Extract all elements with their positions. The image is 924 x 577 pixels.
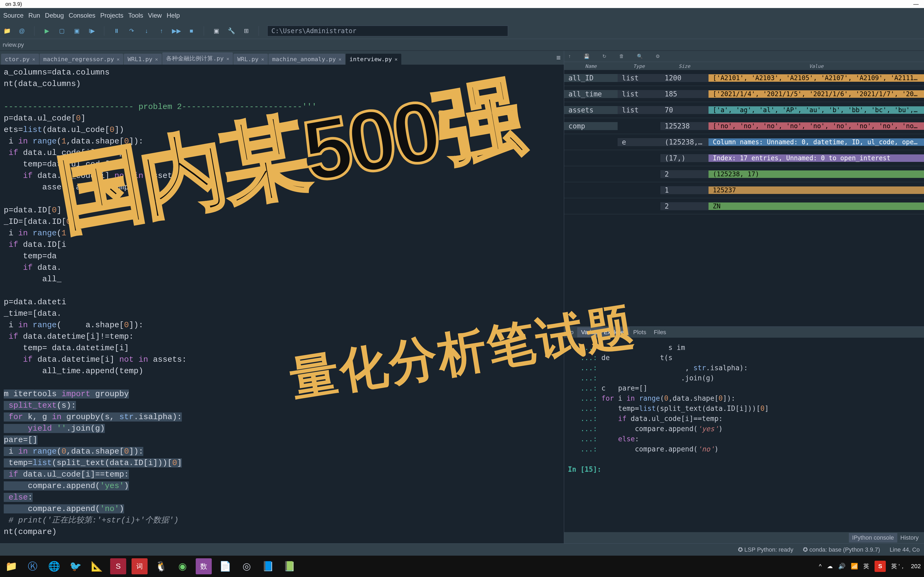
folder-icon[interactable]: 📁 <box>3 27 11 35</box>
variable-row[interactable]: e(125238, 17)Column names: Unnamed: 0, d… <box>564 134 924 150</box>
close-icon[interactable]: ✕ <box>395 56 397 62</box>
variable-row[interactable]: 1125237 <box>564 182 924 198</box>
hamburger-icon[interactable]: ≡ <box>556 53 561 62</box>
right-pane-tabs: lp Variable Explorer Plots Files <box>564 326 924 338</box>
close-icon[interactable]: ✕ <box>226 56 229 61</box>
window-title: on 3.9) <box>5 1 913 7</box>
tab-ipython-console[interactable]: IPython console <box>849 533 897 543</box>
col-size: Size <box>661 63 709 69</box>
tray-cloud-icon[interactable]: ☁ <box>827 563 833 570</box>
matlab-icon[interactable]: 📐 <box>89 558 105 574</box>
system-tray: ^ ☁ 🔊 📶 英 S 英 '， 202 <box>819 561 921 572</box>
var-value: 125237 <box>709 187 924 194</box>
app-icon-bird[interactable]: 🐦 <box>67 558 83 574</box>
qq-icon[interactable]: 🐧 <box>153 558 169 574</box>
wrench-icon[interactable]: 🔧 <box>228 27 235 35</box>
code-line <box>4 377 564 388</box>
debug-icon[interactable]: ⏸ <box>113 27 120 35</box>
tray-wifi-icon[interactable]: 📶 <box>851 563 858 570</box>
tray-ime-lang2[interactable]: 英 '， <box>891 562 906 570</box>
save-icon[interactable]: @ <box>18 27 26 35</box>
stop-icon[interactable]: ■ <box>188 27 195 35</box>
menu-consoles[interactable]: Consoles <box>66 10 98 21</box>
run-cell-next-icon[interactable]: ▣ <box>73 27 81 35</box>
tab-plots[interactable]: Plots <box>629 327 650 337</box>
code-line: assets.append(temp) <box>4 182 564 193</box>
remove-icon[interactable]: 🗑 <box>619 53 624 59</box>
variable-row[interactable]: 2ZN <box>564 198 924 214</box>
step-into-icon[interactable]: ↓ <box>143 27 150 35</box>
variable-row[interactable]: assetslist70['a', 'ag', 'al', 'AP', 'au'… <box>564 102 924 118</box>
tab-variable-explorer[interactable]: Variable Explorer <box>577 327 629 337</box>
var-size: 2 <box>661 170 709 178</box>
netease-icon[interactable]: 词 <box>132 558 148 574</box>
word-icon[interactable]: 📘 <box>260 558 276 574</box>
right-panel: ↑ 💾 ↻ 🗑 🔍 ⚙ Name Type Size Value all_IDl… <box>564 51 924 543</box>
close-icon[interactable]: ✕ <box>338 56 341 62</box>
working-directory-input[interactable] <box>267 26 508 36</box>
editor-tab[interactable]: interview.py✕ <box>346 54 401 64</box>
editor-tab[interactable]: 各种金融比例计算.py✕ <box>162 52 233 64</box>
save-data-icon[interactable]: 💾 <box>584 53 590 59</box>
menu-tools[interactable]: Tools <box>126 10 145 21</box>
code-editor[interactable]: a_columns=data.columnsnt(data_columns) -… <box>0 64 564 543</box>
close-icon[interactable]: ✕ <box>32 56 35 62</box>
tray-chevron-icon[interactable]: ^ <box>819 563 822 570</box>
console-line: ...: compare.append('yes') <box>568 424 920 434</box>
tab-help[interactable]: lp <box>565 327 577 337</box>
run-icon[interactable]: ▶ <box>43 27 50 35</box>
ipython-console[interactable]: ...: s im ...: de t(s ...: , str.isalpha… <box>564 338 924 532</box>
notepad-icon[interactable]: 📄 <box>217 558 233 574</box>
run-selection-icon[interactable]: I▶ <box>88 27 95 35</box>
minimize-icon[interactable]: — <box>913 1 919 7</box>
chrome-icon[interactable]: 🌐 <box>46 558 62 574</box>
search-icon[interactable]: 🔍 <box>637 53 643 59</box>
close-icon[interactable]: ✕ <box>116 56 120 62</box>
excel-icon[interactable]: 📗 <box>281 558 297 574</box>
app-icon-purple[interactable]: 数 <box>196 558 212 574</box>
app-icon-k[interactable]: Ⓚ <box>24 558 40 574</box>
refresh-icon[interactable]: ↻ <box>603 53 606 59</box>
menu-debug[interactable]: Debug <box>43 10 66 21</box>
variable-row[interactable]: all_IDlist1200['A2101', 'A2103', 'A2105'… <box>564 70 924 86</box>
code-line: else: <box>4 492 564 503</box>
menu-source[interactable]: Source <box>1 10 26 21</box>
code-line: compare.append('yes') <box>4 480 564 492</box>
file-explorer-icon[interactable]: 📁 <box>3 558 19 574</box>
tab-files[interactable]: Files <box>650 327 670 337</box>
wechat-icon[interactable]: ◉ <box>174 558 191 574</box>
python-path-icon[interactable]: ⊞ <box>242 27 250 35</box>
obs-icon[interactable]: ◎ <box>239 558 255 574</box>
import-data-icon[interactable]: ↑ <box>569 53 571 59</box>
editor-tab[interactable]: machine_regressor.py✕ <box>40 54 124 64</box>
variable-row[interactable]: all_timelist185['2021/1/4', '2021/1/5', … <box>564 86 924 102</box>
console-line: ...: de t(s <box>568 353 920 363</box>
tray-ime-lang[interactable]: 英 <box>863 562 869 570</box>
editor-tab[interactable]: WRL.py✕ <box>233 54 268 64</box>
tray-volume-icon[interactable]: 🔊 <box>838 563 845 570</box>
menu-run[interactable]: Run <box>26 10 42 21</box>
menu-view[interactable]: View <box>146 10 164 21</box>
close-icon[interactable]: ✕ <box>155 56 158 62</box>
var-size: (125238, 17) <box>661 138 709 146</box>
close-icon[interactable]: ✕ <box>261 56 264 62</box>
variable-explorer-table[interactable]: Name Type Size Value all_IDlist1200['A21… <box>564 62 924 214</box>
code-line <box>4 285 564 297</box>
maximize-pane-icon[interactable]: ▣ <box>213 27 220 35</box>
tray-ime-icon[interactable]: S <box>874 561 886 572</box>
editor-tab[interactable]: WRL1.py✕ <box>124 54 162 64</box>
step-over-icon[interactable]: ↷ <box>128 27 135 35</box>
tab-history[interactable]: History <box>897 533 922 543</box>
variable-row[interactable]: (17,)Index: 17 entries, Unnamed: 0 to op… <box>564 150 924 166</box>
variable-row[interactable]: 2(125238, 17) <box>564 166 924 182</box>
run-cell-icon[interactable]: ▢ <box>58 27 66 35</box>
editor-tab[interactable]: machine_anomaly.py✕ <box>268 54 345 64</box>
filter-icon[interactable]: ⚙ <box>656 53 660 59</box>
continue-icon[interactable]: ▶▶ <box>173 27 180 35</box>
step-out-icon[interactable]: ↑ <box>158 27 165 35</box>
menu-projects[interactable]: Projects <box>98 10 126 21</box>
editor-tab[interactable]: ctor.py✕ <box>1 54 39 64</box>
menu-help[interactable]: Help <box>165 10 182 21</box>
app-icon-red-s[interactable]: S <box>110 558 126 574</box>
variable-row[interactable]: comp125238['no', 'no', 'no', 'no', 'no',… <box>564 118 924 134</box>
